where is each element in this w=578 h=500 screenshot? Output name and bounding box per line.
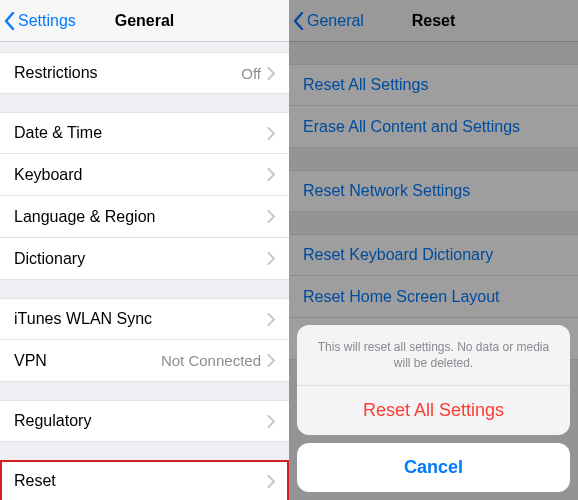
back-label: Settings [18, 12, 76, 30]
chevron-left-icon [4, 12, 15, 30]
navbar-general: Settings General [0, 0, 289, 42]
row-label: Date & Time [14, 124, 267, 142]
sheet-message: This will reset all settings. No data or… [297, 325, 570, 386]
row-dictionary[interactable]: Dictionary [0, 238, 289, 280]
chevron-right-icon [267, 210, 275, 223]
row-label: Reset [14, 472, 267, 490]
group-connect: iTunes WLAN Sync VPN Not Connected [0, 298, 289, 382]
chevron-right-icon [267, 354, 275, 367]
chevron-right-icon [267, 127, 275, 140]
back-to-settings[interactable]: Settings [0, 12, 76, 30]
chevron-right-icon [267, 252, 275, 265]
row-label: Restrictions [14, 64, 241, 82]
row-reset[interactable]: Reset [0, 460, 289, 500]
row-vpn[interactable]: VPN Not Connected [0, 340, 289, 382]
screen-reset: General Reset Reset All Settings Erase A… [289, 0, 578, 500]
chevron-right-icon [267, 415, 275, 428]
chevron-right-icon [267, 313, 275, 326]
row-restrictions[interactable]: Restrictions Off [0, 52, 289, 94]
row-keyboard[interactable]: Keyboard [0, 154, 289, 196]
cancel-button[interactable]: Cancel [297, 443, 570, 492]
row-value: Off [241, 65, 261, 82]
row-label: Regulatory [14, 412, 267, 430]
chevron-right-icon [267, 475, 275, 488]
row-label: Language & Region [14, 208, 267, 226]
group-prefs: Date & Time Keyboard Language & Region D… [0, 112, 289, 280]
action-sheet: This will reset all settings. No data or… [297, 325, 570, 492]
row-language-region[interactable]: Language & Region [0, 196, 289, 238]
row-date-time[interactable]: Date & Time [0, 112, 289, 154]
sheet-card: This will reset all settings. No data or… [297, 325, 570, 435]
row-label: VPN [14, 352, 161, 370]
group-reset: Reset [0, 460, 289, 500]
row-value: Not Connected [161, 352, 261, 369]
screen-general: Settings General Restrictions Off Date &… [0, 0, 289, 500]
chevron-right-icon [267, 67, 275, 80]
row-regulatory[interactable]: Regulatory [0, 400, 289, 442]
row-itunes-wlan[interactable]: iTunes WLAN Sync [0, 298, 289, 340]
row-label: Keyboard [14, 166, 267, 184]
group-restrictions: Restrictions Off [0, 52, 289, 94]
row-label: iTunes WLAN Sync [14, 310, 267, 328]
reset-all-settings-button[interactable]: Reset All Settings [297, 386, 570, 435]
group-regulatory: Regulatory [0, 400, 289, 442]
row-label: Dictionary [14, 250, 267, 268]
chevron-right-icon [267, 168, 275, 181]
